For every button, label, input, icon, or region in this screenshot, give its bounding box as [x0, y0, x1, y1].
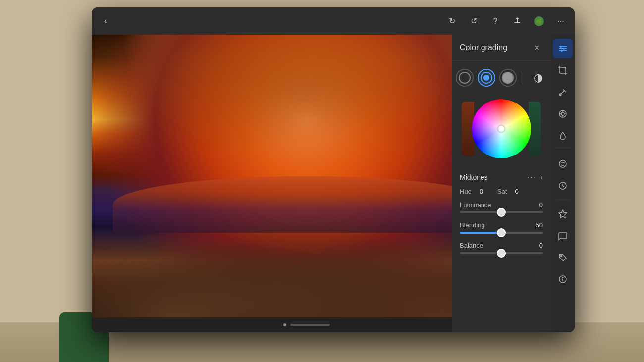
- more-button[interactable]: ···: [552, 12, 570, 30]
- help-icon: ?: [493, 17, 498, 26]
- toolbar-drop-icon[interactable]: [553, 126, 573, 146]
- toolbar-tag-icon[interactable]: [553, 248, 573, 267]
- blending-value: 50: [536, 221, 543, 229]
- svg-point-16: [561, 112, 564, 115]
- tone-divider: [523, 72, 523, 84]
- luminance-track[interactable]: [460, 211, 543, 213]
- section-collapse-button[interactable]: ‹: [540, 173, 543, 181]
- svg-rect-9: [560, 67, 566, 73]
- blend-button[interactable]: ◑: [529, 69, 547, 87]
- toolbar-star-icon[interactable]: [553, 204, 573, 224]
- blending-label: Blending: [460, 221, 485, 229]
- share-icon: [513, 16, 521, 26]
- section-header: Midtones ··· ‹: [452, 169, 551, 186]
- redo-button[interactable]: ↻: [443, 12, 461, 30]
- balance-label: Balance: [460, 242, 483, 249]
- right-toolbar: [551, 35, 575, 332]
- svg-point-27: [562, 277, 563, 278]
- toolbar-heal-icon[interactable]: [553, 82, 573, 102]
- color-wheel-cursor[interactable]: [498, 126, 504, 132]
- panel-header: Color grading ✕: [452, 35, 551, 61]
- undo-button[interactable]: ↺: [465, 12, 483, 30]
- shadows-button[interactable]: [456, 69, 474, 87]
- svg-text:🌿: 🌿: [536, 18, 542, 25]
- toolbar-info-icon[interactable]: [553, 269, 573, 289]
- panel-close-button[interactable]: ✕: [531, 42, 543, 53]
- svg-point-6: [560, 46, 562, 48]
- hue-value[interactable]: 0: [480, 188, 489, 195]
- share-button[interactable]: [508, 12, 526, 30]
- toolbar-crop-icon[interactable]: [553, 60, 573, 80]
- color-wheel-container[interactable]: [452, 95, 551, 169]
- midtones-circle: [481, 72, 492, 84]
- hue-sat-row: Hue 0 Sat 0: [452, 186, 551, 197]
- svg-point-7: [563, 48, 565, 50]
- balance-value: 0: [539, 242, 543, 249]
- svg-point-24: [561, 256, 562, 257]
- redo-icon: ↻: [449, 16, 455, 26]
- svg-point-21: [559, 160, 566, 167]
- toolbar-separator-2: [555, 200, 570, 200]
- toolbar-history-icon[interactable]: [553, 176, 573, 196]
- midtones-button[interactable]: [478, 69, 495, 87]
- sat-label: Sat: [497, 188, 507, 195]
- back-button[interactable]: ‹: [97, 12, 114, 30]
- luminance-thumb[interactable]: [497, 208, 506, 217]
- toolbar-comment-icon[interactable]: [553, 226, 573, 246]
- highlights-circle: [502, 72, 514, 84]
- blending-slider-row: Blending 50: [460, 221, 543, 234]
- section-name: Midtones: [460, 173, 523, 181]
- toolbar-separator-1: [555, 150, 570, 150]
- top-bar: ‹ ↻ ↺ ?: [92, 7, 575, 35]
- blending-thumb[interactable]: [497, 228, 506, 237]
- tone-selectors: ◑: [452, 61, 551, 95]
- toolbar-adjust-icon[interactable]: [553, 39, 573, 58]
- svg-point-8: [561, 50, 563, 52]
- more-icon: ···: [557, 17, 564, 26]
- highlights-button[interactable]: [499, 69, 517, 87]
- luminance-label: Luminance: [460, 201, 491, 208]
- position-dot: [283, 323, 286, 326]
- blending-fill: [460, 232, 501, 234]
- luminance-slider-row: Luminance 0: [460, 201, 543, 213]
- undo-icon: ↺: [471, 16, 477, 26]
- sat-value[interactable]: 0: [515, 188, 525, 195]
- toolbar-mask-icon[interactable]: [553, 154, 573, 174]
- section-more-button[interactable]: ···: [527, 173, 537, 182]
- svg-rect-0: [514, 22, 520, 23]
- balance-track[interactable]: [460, 252, 543, 254]
- balance-thumb[interactable]: [497, 249, 506, 258]
- scroll-indicator: [290, 324, 330, 326]
- panel-title: Color grading: [460, 43, 507, 52]
- help-button[interactable]: ?: [486, 12, 504, 30]
- svg-marker-23: [559, 210, 567, 218]
- color-grading-panel: Color grading ✕ ◑: [452, 35, 551, 332]
- color-wheel[interactable]: [472, 99, 531, 158]
- blending-track[interactable]: [460, 232, 543, 234]
- blend-icon: ◑: [534, 71, 543, 84]
- balance-slider-row: Balance 0: [460, 242, 543, 254]
- toolbar-filter-icon[interactable]: [553, 104, 573, 124]
- monitor: ‹ ↻ ↺ ?: [92, 7, 575, 332]
- hue-label: Hue: [460, 188, 472, 195]
- shadows-circle: [459, 72, 471, 84]
- profile-button[interactable]: 🌿: [530, 12, 548, 30]
- sliders-section: Luminance 0 Blending 50: [452, 197, 551, 266]
- luminance-value: 0: [539, 201, 543, 208]
